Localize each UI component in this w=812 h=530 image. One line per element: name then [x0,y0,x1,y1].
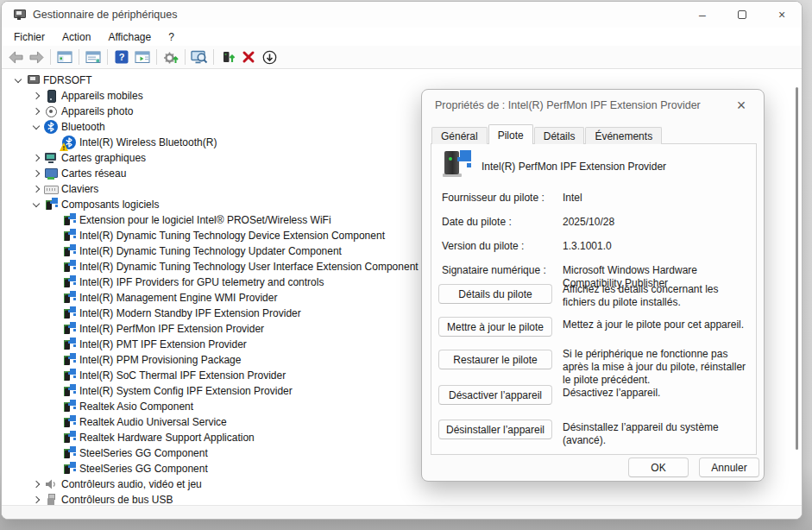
svg-text:?: ? [119,52,125,62]
computer-icon [26,73,40,87]
camera-icon [44,104,58,118]
software-component-icon [62,260,76,274]
chevron-down-icon[interactable] [28,125,44,129]
software-component-icon [62,384,76,398]
tree-scrollbar[interactable] [796,87,798,450]
minimize-button[interactable]: – [683,2,722,28]
software-component-icon [62,322,76,336]
toolbar-separator [185,49,186,65]
dialog-title: Propriétés de : Intel(R) PerfMon IPF Ext… [435,99,701,111]
bluetooth-icon [44,120,58,134]
driver-details-description: Affichez les détails concernant les fich… [563,283,751,309]
field-row: Date du pilote : 2025/10/28 [442,216,747,229]
scan-hardware-changes-icon[interactable] [161,47,181,67]
software-component-icon [62,291,76,305]
properties-dialog: Propriétés de : Intel(R) PerfMon IPF Ext… [421,89,765,482]
chevron-down-icon[interactable] [10,79,26,82]
toolbar-separator [50,49,51,65]
device-icon [442,149,473,179]
maximize-button[interactable] [722,2,762,28]
rollback-driver-button[interactable]: Restaurer le pilote [438,350,552,369]
software-component-icon [62,462,76,476]
chevron-right-icon[interactable] [28,171,44,176]
tab-evenements[interactable]: Événements [585,127,662,144]
tab-pilote[interactable]: Pilote [488,124,533,144]
disable-device-button[interactable]: Désactiver l’appareil [438,385,552,405]
software-component-icon [62,275,76,289]
software-component-icon [62,369,76,382]
toolbar-separator [79,49,79,65]
menu-affichage[interactable]: Affichage [99,28,160,46]
mobile-device-icon [44,89,58,103]
close-button[interactable]: × [762,2,802,28]
display-adapter-icon [44,151,58,165]
tab-general[interactable]: Général [431,127,488,144]
field-row: Fournisseur du pilote : Intel [442,192,747,205]
menu-fichier[interactable]: Fichier [5,28,54,46]
remote-computer-search-icon[interactable] [189,47,210,67]
driver-details-button[interactable]: Détails du pilote [438,284,552,304]
toolbar-separator [156,49,157,65]
back-icon[interactable] [5,47,26,67]
menu-help[interactable]: ? [160,28,183,46]
software-component-icon [62,229,76,243]
chevron-right-icon[interactable] [28,497,44,502]
bluetooth-warning-icon [62,136,76,149]
software-component-icon [44,198,58,211]
chevron-right-icon[interactable] [28,93,44,98]
chevron-down-icon[interactable] [28,203,44,206]
audio-icon [44,477,58,491]
show-console-tree-icon[interactable] [54,47,75,67]
chevron-right-icon[interactable] [28,109,44,114]
field-row: Version du pilote : 1.3.1001.0 [442,240,747,253]
device-name: Intel(R) PerfMon IPF Extension Provider [482,161,666,173]
uninstall-device-button[interactable]: Désinstaller l’appareil [438,420,552,439]
update-driver-icon[interactable] [217,47,238,67]
software-component-icon [62,244,76,258]
disable-device-description: Désactivez l’appareil. [563,387,751,400]
tree-item-computer[interactable]: FDRSOFT [3,73,790,88]
properties-icon[interactable] [83,47,104,67]
chevron-right-icon[interactable] [28,155,44,161]
ok-button[interactable]: OK [628,457,689,477]
software-component-icon [62,213,76,227]
network-adapter-icon [44,167,58,180]
toolbar-separator [213,49,214,65]
tab-details[interactable]: Détails [534,127,585,144]
title-bar: Gestionnaire de périphériques – × [2,2,802,28]
keyboard-icon [44,182,58,196]
cancel-button[interactable]: Annuler [699,457,759,477]
maximize-icon [738,10,746,19]
uninstall-device-description: Désinstallez l’appareil du système (avan… [563,421,751,447]
software-component-icon [62,415,76,429]
device-manager-app-icon [12,8,26,22]
software-component-icon [62,431,76,445]
disable-device-icon[interactable] [259,47,280,67]
menu-bar: Fichier Action Affichage ? [2,28,802,46]
software-component-icon [62,400,76,413]
rollback-driver-description: Si le périphérique ne fonctionne pas apr… [563,348,751,387]
help-icon[interactable]: ? [111,47,132,67]
window-title: Gestionnaire de périphériques [33,9,177,21]
update-driver-description: Mettez à jour le pilote pour cet apparei… [563,319,751,331]
software-component-icon [62,306,76,320]
chevron-right-icon[interactable] [28,482,44,487]
dialog-tabs: Général Pilote Détails Événements [431,124,663,144]
software-component-icon [62,353,76,367]
driver-tab-page: Intel(R) PerfMon IPF Extension Provider … [431,143,757,455]
status-strip [2,505,802,519]
warning-icon [60,142,68,151]
uninstall-device-icon[interactable] [238,47,259,67]
update-driver-button[interactable]: Mettre à jour le pilote [438,317,552,337]
dialog-close-icon[interactable]: × [731,95,752,116]
toolbar: ? [2,46,802,69]
show-action-pane-icon[interactable] [132,47,153,67]
forward-icon[interactable] [26,47,47,67]
software-component-icon [62,338,76,351]
menu-action[interactable]: Action [54,28,99,46]
toolbar-separator [107,49,108,65]
software-component-icon [62,446,76,460]
chevron-right-icon[interactable] [28,186,44,192]
